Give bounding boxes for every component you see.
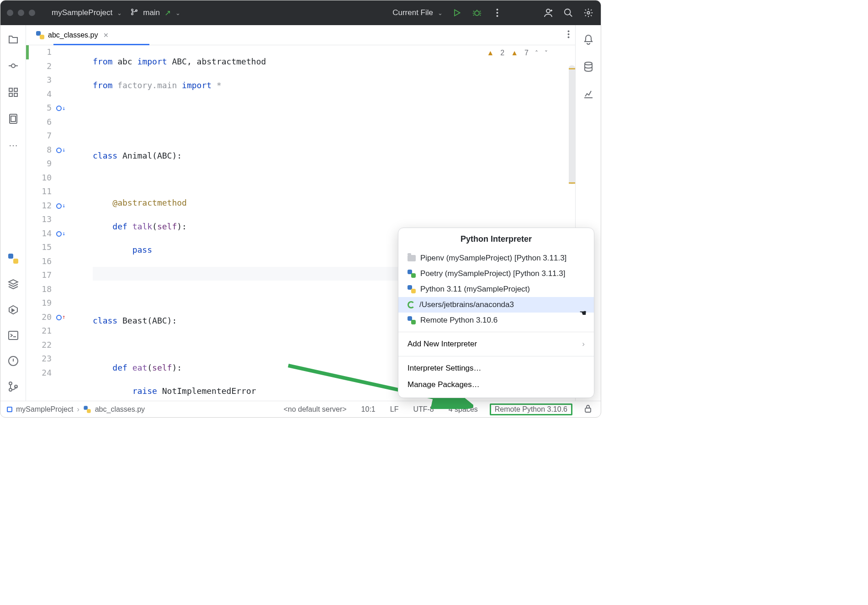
svg-rect-14 <box>14 93 17 96</box>
database-tool-icon[interactable] <box>582 61 594 73</box>
chevron-down-icon: ⌄ <box>438 10 443 16</box>
breadcrumb-project[interactable]: mySampleProject <box>16 405 73 414</box>
chevron-right-icon: › <box>582 340 585 349</box>
svg-point-0 <box>132 9 133 11</box>
svg-point-6 <box>496 15 498 17</box>
interpreter-option[interactable]: Python 3.11 (mySampleProject) <box>398 281 594 297</box>
svg-rect-11 <box>9 88 12 91</box>
minimize-window[interactable] <box>18 10 24 16</box>
left-tool-rail: ⋯ <box>0 25 26 401</box>
interpreter-label: Pipenv (mySampleProject) [Python 3.11.3] <box>420 254 566 263</box>
python-packages-icon[interactable] <box>7 278 19 290</box>
project-selector[interactable]: mySampleProject ⌄ <box>52 8 122 17</box>
warning-count-2: 7 <box>524 49 529 57</box>
python-console-icon[interactable] <box>7 253 19 265</box>
encoding-widget[interactable]: UTF-8 <box>410 404 436 414</box>
interpreter-settings-item[interactable]: Interpreter Settings… <box>398 360 594 377</box>
commit-tool-icon[interactable] <box>7 60 19 72</box>
svg-point-22 <box>9 388 12 391</box>
terminal-tool-icon[interactable] <box>7 329 19 341</box>
chevron-right-icon: › <box>77 405 79 414</box>
svg-rect-16 <box>11 116 16 122</box>
editor-gutter[interactable]: 123456789101112131415161718192021222324 … <box>26 45 90 401</box>
python-file-icon <box>36 31 44 39</box>
editor-tabs-more[interactable] <box>567 29 570 41</box>
manage-packages-item[interactable]: Manage Packages… <box>398 377 594 393</box>
python-icon <box>408 316 416 324</box>
svg-point-24 <box>568 30 570 32</box>
problems-tool-icon[interactable] <box>7 355 19 367</box>
more-actions-button[interactable] <box>491 7 503 19</box>
more-tools-icon[interactable]: ⋯ <box>7 139 19 151</box>
editor-scrollbar[interactable] <box>569 65 575 184</box>
close-window[interactable] <box>7 10 13 16</box>
chevron-down-icon: ⌄ <box>175 10 180 16</box>
interpreter-option[interactable]: Remote Python 3.10.6 <box>398 313 594 328</box>
svg-point-9 <box>587 11 590 14</box>
loading-spinner-icon <box>408 301 415 308</box>
svg-point-4 <box>496 9 498 11</box>
services-tool-icon[interactable] <box>7 304 19 316</box>
svg-rect-19 <box>9 331 18 340</box>
interpreter-label: Python 3.11 (mySampleProject) <box>420 285 530 294</box>
vcs-branch-selector[interactable]: main ↗ ⌄ <box>130 8 180 18</box>
folder-icon <box>408 255 416 261</box>
run-config-label: Current File <box>392 8 433 17</box>
svg-rect-18 <box>13 259 18 264</box>
svg-point-7 <box>546 9 550 13</box>
popup-title: Python Interpreter <box>398 234 594 244</box>
notifications-tool-icon[interactable] <box>582 33 594 45</box>
close-tab-icon[interactable]: ✕ <box>103 32 109 39</box>
interpreter-option[interactable]: /Users/jetbrains/anaconda3☚ <box>398 297 594 313</box>
svg-rect-28 <box>585 408 591 412</box>
settings-icon[interactable] <box>582 7 594 19</box>
svg-point-5 <box>496 12 498 14</box>
structure-tool-icon[interactable] <box>7 86 19 98</box>
inspection-widget[interactable]: ▲ 2 ▲ 7 ˄ ˅ <box>487 49 548 57</box>
breadcrumb-file[interactable]: abc_classes.py <box>95 405 145 414</box>
editor-tabbar: abc_classes.py ✕ <box>26 25 575 45</box>
run-button[interactable] <box>451 7 463 19</box>
caret-position-widget[interactable]: 10:1 <box>359 404 378 414</box>
bookmarks-tool-icon[interactable] <box>7 113 19 125</box>
interpreter-label: Remote Python 3.10.6 <box>420 316 498 325</box>
zoom-window[interactable] <box>29 10 35 16</box>
search-everywhere-icon[interactable] <box>562 7 574 19</box>
deployment-server-widget[interactable]: <no default server> <box>281 404 349 414</box>
interpreter-option[interactable]: Pipenv (mySampleProject) [Python 3.11.3] <box>398 250 594 266</box>
project-tool-icon[interactable] <box>7 33 19 45</box>
editor-tab[interactable]: abc_classes.py ✕ <box>32 28 113 42</box>
branch-name: main <box>143 8 160 17</box>
branch-icon <box>130 8 138 18</box>
code-with-me-icon[interactable] <box>542 7 554 19</box>
chevron-down-icon: ⌄ <box>117 10 122 16</box>
svg-rect-12 <box>14 88 17 91</box>
cursor-icon: ☚ <box>579 308 587 318</box>
svg-point-3 <box>475 11 479 16</box>
titlebar: mySampleProject ⌄ main ↗ ⌄ Current File … <box>0 0 601 25</box>
svg-point-10 <box>11 64 15 68</box>
chevron-down-icon[interactable]: ˅ <box>545 49 548 57</box>
svg-rect-17 <box>8 254 13 259</box>
svg-point-1 <box>132 13 133 15</box>
status-bar: mySampleProject › abc_classes.py <no def… <box>0 401 601 417</box>
svg-point-25 <box>568 33 570 35</box>
python-file-icon <box>84 406 90 413</box>
window-controls[interactable] <box>7 10 35 16</box>
interpreter-option[interactable]: Poetry (mySampleProject) [Python 3.11.3] <box>398 266 594 281</box>
chevron-up-icon[interactable]: ˄ <box>535 49 538 57</box>
svg-point-26 <box>568 36 570 38</box>
line-separator-widget[interactable]: LF <box>387 404 402 414</box>
indent-widget[interactable]: 4 spaces <box>446 404 481 414</box>
python-interpreter-widget[interactable]: Remote Python 3.10.6 <box>490 403 572 415</box>
warning-icon: ▲ <box>487 49 494 57</box>
run-config-selector[interactable]: Current File ⌄ <box>392 8 443 17</box>
debug-button[interactable] <box>471 7 483 19</box>
vcs-tool-icon[interactable] <box>7 381 19 393</box>
svg-point-21 <box>9 382 12 385</box>
tab-filename: abc_classes.py <box>48 31 98 39</box>
readonly-lock-icon[interactable] <box>582 403 594 415</box>
add-new-interpreter-item[interactable]: Add New Interpreter › <box>398 336 594 352</box>
svg-point-8 <box>565 9 571 15</box>
sciview-tool-icon[interactable] <box>582 88 594 100</box>
